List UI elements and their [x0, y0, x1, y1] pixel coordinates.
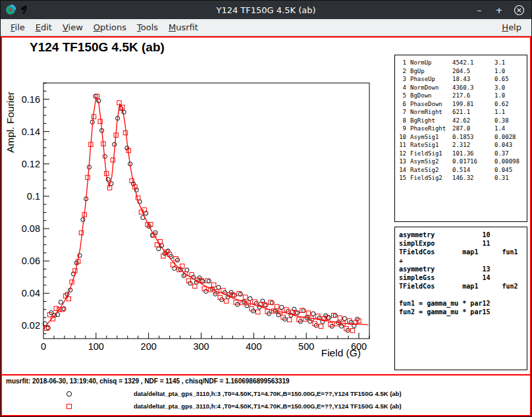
circle-marker-icon: [65, 390, 73, 398]
y-tick-label: 0.02: [22, 320, 40, 331]
plot-svg[interactable]: 01002003004005006000.020.040.060.080.10.…: [2, 38, 396, 372]
axes: 01002003004005006000.020.040.060.080.10.…: [5, 83, 369, 358]
param-row: 4NormDown4360.33.0: [398, 84, 524, 92]
menu-item-edit[interactable]: Edit: [31, 20, 57, 34]
x-tick-label: 100: [88, 341, 104, 352]
hammer-icon: [20, 5, 30, 15]
theory-line: +: [399, 256, 523, 265]
plot-frame: [43, 83, 369, 339]
app-window: Y124 TF150G 4.5K (ab) – + FileEditViewOp…: [0, 0, 532, 417]
x-tick-label: 300: [193, 341, 209, 352]
fit-line: [43, 97, 368, 329]
param-row: 12FieldSig1101.360.37: [398, 150, 524, 158]
y-tick-label: 0.1: [27, 191, 40, 202]
param-row: 7NormRight621.11.1: [398, 108, 524, 117]
param-row: 10AsymSig10.18530.0028: [398, 133, 524, 142]
theory-line: TFieldCos map1 fun2: [399, 282, 523, 291]
x-tick-label: 200: [141, 341, 157, 352]
square-marker-icon: [65, 403, 73, 410]
param-row: 8BgRight42.620.38: [398, 117, 524, 125]
param-row: 14RateSig20.5140.045: [398, 166, 524, 175]
theory-line: asymmetry 10: [399, 231, 523, 239]
x-tick-label: 0: [41, 341, 46, 352]
titlebar[interactable]: Y124 TF150G 4.5K (ab) – +: [1, 1, 531, 19]
theory-line: fun2 = gamma_mu * par15: [399, 308, 523, 316]
param-row: 2BgUp204.51.0: [398, 67, 524, 76]
pad-divider: [2, 374, 530, 375]
theory-line: asymmetry 13: [399, 265, 523, 273]
legend-label: data/deltat_pta_gps_3110,h:4 ,T0=4.50K,T…: [134, 403, 402, 410]
window-title: Y124 TF150G 4.5K (ab): [1, 5, 531, 15]
minimize-icon[interactable]: –: [473, 4, 485, 16]
y-tick-label: 0.16: [22, 94, 40, 105]
fit-info: musrfit: 2018-06-30, 13:19:40, chisq = 1…: [6, 377, 290, 385]
y-tick-label: 0.14: [22, 126, 40, 137]
legend-row: data/deltat_pta_gps_3110,h:4 ,T0=4.50K,T…: [2, 400, 530, 412]
y-tick-label: 0.12: [22, 159, 40, 169]
param-row: 9PhaseRight287.01.4: [398, 125, 524, 133]
maximize-icon[interactable]: +: [493, 4, 505, 16]
menu-item-view[interactable]: View: [58, 20, 88, 34]
menu-item-musrfit[interactable]: Musrfit: [164, 20, 203, 34]
y-axis-title: Ampl. Fourier: [5, 92, 16, 153]
theory-line: simplExpo 11: [399, 239, 523, 248]
param-row: 1NormUp4542.13.1: [398, 59, 524, 67]
series-data-h-3: [43, 94, 359, 333]
menu-item-options[interactable]: Options: [89, 20, 131, 34]
theory-line: TFieldCos map1 fun1: [399, 248, 523, 256]
theory-block[interactable]: asymmetry 10simplExpo 11TFieldCos map1 f…: [394, 227, 527, 370]
legend: data/deltat_pta_gps_3110,h:3 ,T0=4.50K,T…: [2, 387, 530, 412]
x-axis-title: Field (G): [321, 347, 361, 358]
x-tick-label: 500: [298, 341, 314, 352]
theory-line: [399, 291, 523, 299]
y-tick-label: 0.04: [22, 288, 40, 298]
y-tick-label: 0.06: [22, 256, 40, 266]
menubar: FileEditViewOptionsToolsMusrfit Help: [1, 19, 531, 36]
y-tick-label: 0.08: [22, 223, 40, 234]
legend-label: data/deltat_pta_gps_3110,h:3 ,T0=4.50K,T…: [134, 390, 402, 397]
param-row: 6PhaseDown199.810.62: [398, 100, 524, 109]
menu-item-file[interactable]: File: [6, 20, 30, 34]
theory-line: simpleGss 14: [399, 273, 523, 282]
menu-item-tools[interactable]: Tools: [132, 20, 163, 34]
close-icon[interactable]: [513, 4, 525, 16]
param-row: 5BgDown217.61.0: [398, 92, 524, 100]
param-row: 13AsymSig20.017160.00098: [398, 157, 524, 166]
legend-row: data/deltat_pta_gps_3110,h:3 ,T0=4.50K,T…: [2, 387, 530, 400]
param-row: 11RateSig12.3120.043: [398, 141, 524, 150]
param-row: 15FieldSig2146.320.31: [398, 174, 524, 182]
param-row: 3PhaseUp18.430.65: [398, 75, 524, 84]
root-canvas[interactable]: Y124 TF150G 4.5K (ab) 010020030040050060…: [1, 36, 531, 416]
app-icon: [5, 5, 16, 15]
menu-item-help[interactable]: Help: [497, 20, 526, 34]
plot-title: Y124 TF150G 4.5K (ab): [30, 40, 165, 55]
theory-line: fun1 = gamma_mu * par12: [399, 299, 523, 308]
x-tick-label: 400: [246, 341, 261, 352]
parameter-table[interactable]: 1NormUp4542.13.12BgUp204.51.03PhaseUp18.…: [394, 55, 527, 222]
